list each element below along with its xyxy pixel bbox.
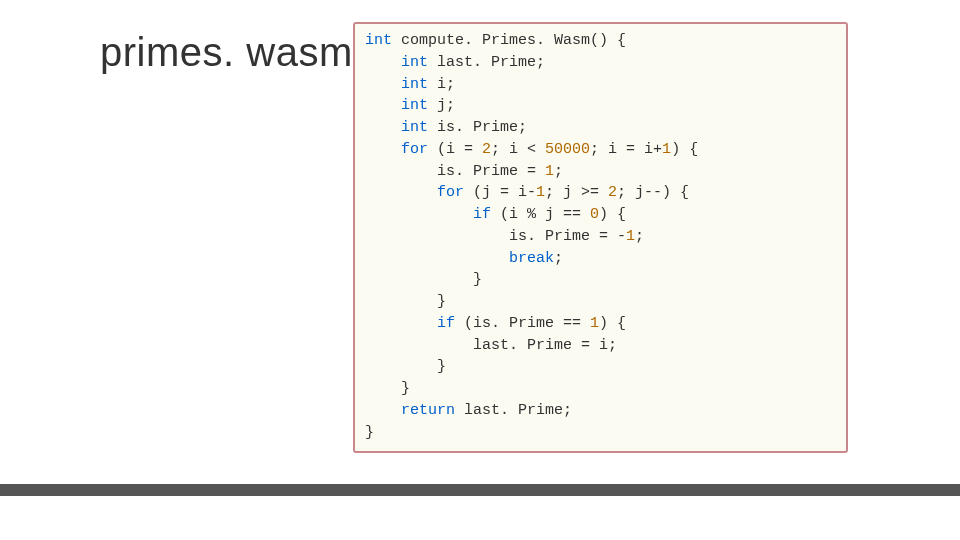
- code-token: last. Prime;: [428, 54, 545, 71]
- code-token: if: [437, 315, 455, 332]
- code-token: last. Prime;: [455, 402, 572, 419]
- code-token: 1: [590, 315, 599, 332]
- code-token: ; j >=: [545, 184, 608, 201]
- code-token: is. Prime =: [365, 163, 545, 180]
- code-token: for: [437, 184, 464, 201]
- code-block: int compute. Primes. Wasm() { int last. …: [353, 22, 848, 453]
- code-token: [365, 141, 401, 158]
- code-token: }: [365, 293, 446, 310]
- code-token: (j = i-: [464, 184, 536, 201]
- page-title: primes. wasm. c: [100, 30, 396, 75]
- code-token: 2: [608, 184, 617, 201]
- code-token: ;: [635, 228, 644, 245]
- code-token: break: [509, 250, 554, 267]
- code-token: }: [365, 380, 410, 397]
- code-token: ; j--) {: [617, 184, 689, 201]
- code-token: }: [365, 424, 374, 441]
- code-token: int: [401, 54, 428, 71]
- code-token: ) {: [599, 315, 626, 332]
- code-token: [365, 206, 473, 223]
- code-token: [365, 76, 401, 93]
- code-token: ; i <: [491, 141, 545, 158]
- code-token: ;: [554, 163, 563, 180]
- code-token: 1: [662, 141, 671, 158]
- code-token: int: [401, 97, 428, 114]
- code-token: i;: [428, 76, 455, 93]
- code-token: (i =: [428, 141, 482, 158]
- code-token: }: [365, 271, 482, 288]
- accent-bar: [0, 484, 960, 496]
- code-token: [365, 119, 401, 136]
- code-token: [365, 184, 437, 201]
- code-token: ) {: [599, 206, 626, 223]
- code-token: ;: [554, 250, 563, 267]
- code-token: is. Prime;: [428, 119, 527, 136]
- code-token: int: [401, 76, 428, 93]
- code-token: 1: [626, 228, 635, 245]
- code-token: last. Prime = i;: [365, 337, 617, 354]
- code-token: if: [473, 206, 491, 223]
- code-token: j;: [428, 97, 455, 114]
- code-token: 0: [590, 206, 599, 223]
- code-token: 1: [536, 184, 545, 201]
- code-token: (i % j ==: [491, 206, 590, 223]
- code-token: 2: [482, 141, 491, 158]
- code-token: [365, 250, 509, 267]
- code-token: int: [365, 32, 392, 49]
- code-token: return: [401, 402, 455, 419]
- code-token: (is. Prime ==: [455, 315, 590, 332]
- code-token: int: [401, 119, 428, 136]
- code-token: ) {: [671, 141, 698, 158]
- code-token: 1: [545, 163, 554, 180]
- code-token: is. Prime = -: [365, 228, 626, 245]
- code-token: 50000: [545, 141, 590, 158]
- code-token: [365, 97, 401, 114]
- code-token: for: [401, 141, 428, 158]
- code-token: [365, 54, 401, 71]
- code-content: int compute. Primes. Wasm() { int last. …: [365, 30, 836, 443]
- code-token: }: [365, 358, 446, 375]
- code-token: ; i = i+: [590, 141, 662, 158]
- code-token: [365, 402, 401, 419]
- code-token: [365, 315, 437, 332]
- code-token: compute. Primes. Wasm() {: [392, 32, 626, 49]
